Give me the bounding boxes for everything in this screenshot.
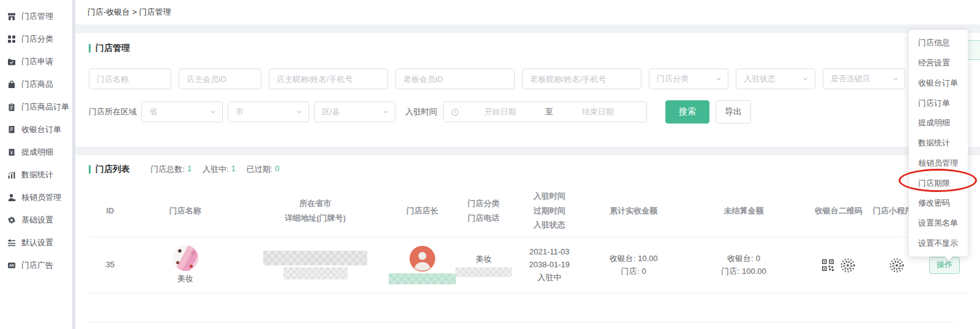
date-to-label: 至 — [542, 106, 557, 117]
sidebar-item-default-settings[interactable]: 默认设置 — [0, 231, 72, 254]
empty-table-row — [89, 294, 956, 322]
chevron-down-icon — [716, 76, 722, 82]
category-icon — [7, 35, 16, 43]
store-label: 门店: — [721, 265, 739, 278]
main-content: 门店-收银台 > 门店管理 门店管理 门店分类 入驻状态 是否连锁店 — [75, 0, 980, 329]
mini-program-code-icon[interactable] — [889, 257, 905, 273]
cashier-label: 收银台: — [727, 253, 754, 265]
cell-time-status: 2021-11-03 2038-01-19 入驻中 — [514, 246, 585, 284]
entry-status-select[interactable]: 入驻状态 — [736, 68, 815, 89]
menu-item-store-info[interactable]: 门店信息 — [909, 33, 968, 53]
receipt-icon — [7, 125, 16, 134]
list-title: 门店列表 — [95, 164, 130, 175]
store-category-select[interactable]: 门店分类 — [649, 68, 728, 89]
stat-active-label: 入驻中: — [203, 164, 229, 175]
menu-item-store-orders[interactable]: 门店订单 — [909, 93, 968, 113]
section-accent-bar — [89, 44, 91, 53]
province-select[interactable]: 省 — [141, 102, 223, 122]
page-title: 门店管理 — [95, 43, 130, 54]
sidebar-item-store-goods[interactable]: 门店商品 — [0, 73, 72, 95]
sidebar-item-label: 门店分类 — [21, 34, 53, 45]
owner-member-id-input[interactable] — [179, 68, 261, 89]
menu-item-change-password[interactable]: 修改密码 — [909, 193, 968, 213]
action-dropdown-menu: 门店信息 经营设置 收银台订单 门店订单 提成明细 数据统计 核销员管理 门店期… — [908, 29, 968, 257]
chevron-down-icon — [802, 76, 809, 82]
sidebar-item-label: 收银台订单 — [21, 124, 61, 135]
menu-item-data-stats[interactable]: 数据统计 — [909, 133, 968, 153]
folder-check-icon — [7, 57, 16, 66]
qr-code-icon[interactable] — [821, 259, 834, 272]
owner-nick-input[interactable] — [269, 68, 388, 89]
sidebar-item-label: 门店管理 — [21, 11, 53, 22]
menu-item-cashier-orders[interactable]: 收银台订单 — [909, 73, 968, 93]
store-list-panel: 门店列表 门店总数:1 入驻中:1 已过期:0 ID 门店名称 所在省市 详细地… — [75, 155, 980, 329]
menu-item-set-blacklist[interactable]: 设置黑名单 — [909, 213, 968, 234]
cashier-label: 收银台: — [609, 253, 635, 265]
sidebar-item-store-category[interactable]: 门店分类 — [0, 28, 72, 50]
search-button[interactable]: 搜索 — [665, 100, 709, 124]
sidebar-item-basic-settings[interactable]: 基础设置 — [0, 209, 72, 231]
cell-cashier-qr — [805, 257, 872, 273]
menu-item-business-settings[interactable]: 经营设置 — [909, 53, 968, 73]
chevron-down-icon — [296, 109, 302, 115]
cell-mini-qr — [872, 257, 921, 273]
boss-member-id-input[interactable] — [395, 68, 515, 89]
store-label: 门店: — [621, 265, 640, 278]
stat-active-value: 1 — [231, 164, 235, 175]
sidebar-item-cashier-orders[interactable]: 收银台订单 — [0, 118, 72, 141]
region-label: 门店所在区域 — [89, 106, 137, 117]
sidebar-item-verifier-management[interactable]: 核销员管理 — [0, 186, 72, 209]
entry-status: 入驻中 — [514, 272, 585, 284]
table-row: 35 美妆 美妆 2021-11-03 — [89, 237, 968, 294]
district-select[interactable]: 区/县 — [314, 102, 395, 122]
sidebar-item-label: 基础设置 — [21, 215, 53, 226]
sidebar-item-commission-detail[interactable]: 提成明细 — [0, 141, 72, 163]
sidebar-item-label: 门店广告 — [21, 260, 53, 271]
date-range-picker[interactable]: 开始日期 至 结束日期 — [443, 102, 647, 122]
store-stats: 门店总数:1 入驻中:1 已过期:0 — [151, 164, 280, 175]
boss-nick-input[interactable] — [522, 68, 641, 89]
sliders-icon — [7, 238, 16, 247]
sidebar-item-label: 默认设置 — [21, 237, 53, 248]
sidebar-item-goods-orders[interactable]: 门店商品订单 — [0, 95, 72, 118]
is-chain-select[interactable]: 是否连锁店 — [823, 68, 905, 89]
action-button[interactable]: 操作 — [929, 257, 960, 274]
breadcrumb[interactable]: 门店-收银台 > 门店管理 — [88, 7, 171, 18]
menu-item-commission-detail[interactable]: 提成明细 — [909, 113, 968, 133]
end-date-field[interactable]: 结束日期 — [557, 106, 640, 117]
expire-time: 2038-01-19 — [514, 259, 585, 272]
menu-item-set-hidden[interactable]: 设置不显示 — [909, 233, 968, 253]
city-select[interactable]: 市 — [228, 102, 309, 122]
commission-book-icon — [7, 148, 16, 157]
sidebar-item-store-apply[interactable]: 门店申请 — [0, 50, 72, 73]
ad-icon: AD — [7, 261, 16, 270]
unsettled-cashier-value: 0 — [756, 253, 760, 265]
stat-total-value: 1 — [187, 164, 192, 175]
section-accent-bar — [89, 165, 91, 174]
sidebar: 门店管理 门店分类 门店申请 门店商品 门店商品订单 收银台订单 提成明细 数据… — [0, 0, 72, 329]
sidebar-item-label: 门店申请 — [21, 56, 53, 67]
stat-expired-label: 已过期: — [247, 164, 273, 175]
stat-total-label: 门店总数: — [151, 164, 185, 175]
menu-item-verifier-management[interactable]: 核销员管理 — [909, 153, 968, 173]
store-name-input[interactable] — [89, 68, 171, 89]
menu-item-store-term[interactable]: 门店期限 — [909, 173, 968, 193]
col-header-unsettled: 未结算金额 — [683, 204, 805, 218]
export-button[interactable]: 导出 — [716, 100, 751, 124]
start-date-field[interactable]: 开始日期 — [459, 106, 542, 117]
col-header-manager: 门店店长 — [392, 204, 453, 218]
col-header-cashier-qr: 收银台二维码 — [805, 204, 872, 218]
manager-avatar — [410, 246, 435, 272]
sidebar-item-data-stats[interactable]: 数据统计 — [0, 163, 72, 186]
col-header-time-status: 入驻时间 过期时间 入驻状态 — [514, 189, 585, 232]
sidebar-item-store-ads[interactable]: AD 门店广告 — [0, 254, 72, 276]
chevron-down-icon — [892, 76, 899, 82]
store-logo-avatar — [173, 245, 198, 271]
sidebar-item-store-management[interactable]: 门店管理 — [0, 5, 72, 28]
table-header-row: ID 门店名称 所在省市 详细地址(门牌号) 门店店长 门店分类 门店电话 入驻… — [89, 185, 968, 237]
sidebar-item-label: 提成明细 — [21, 147, 53, 158]
col-header-store-name: 门店名称 — [132, 204, 239, 218]
entry-time-label: 入驻时间 — [405, 106, 437, 117]
mini-program-code-icon[interactable] — [840, 257, 856, 273]
store-icon — [7, 12, 16, 21]
